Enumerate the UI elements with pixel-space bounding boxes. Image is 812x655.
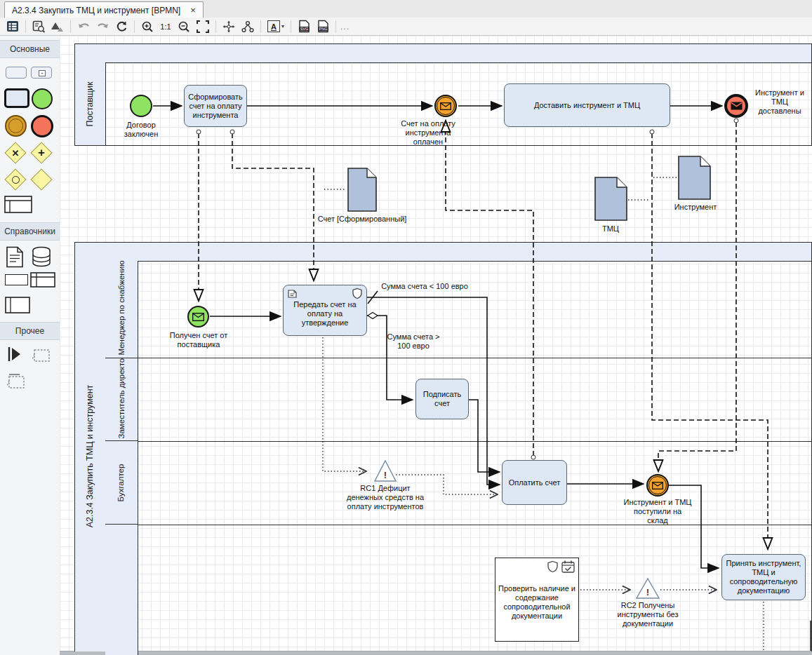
document-invoice[interactable] bbox=[348, 168, 376, 211]
tab-close-icon[interactable]: × bbox=[190, 5, 196, 15]
palette-subprocess-shape[interactable]: + bbox=[31, 67, 52, 78]
message-icon bbox=[652, 482, 663, 489]
auto-layout-icon[interactable] bbox=[239, 19, 256, 34]
task-sign-label: Подписать счет bbox=[418, 390, 467, 408]
message-icon bbox=[440, 102, 451, 110]
task-deliver-label: Доставить инструмент и ТМЦ bbox=[534, 101, 640, 110]
intermediate-event-invoice-paid[interactable] bbox=[434, 95, 457, 117]
palette-table-shape[interactable] bbox=[30, 272, 55, 288]
palette-group-shape[interactable] bbox=[31, 347, 51, 363]
start-event-invoice-received[interactable] bbox=[187, 306, 209, 328]
palette-inclusive-gateway-shape[interactable] bbox=[6, 170, 25, 189]
label-doc-tmc: ТМЦ bbox=[590, 224, 632, 234]
task-form-invoice[interactable]: Сформировать счет на оплату инструмента bbox=[184, 85, 247, 127]
toolbar-separator bbox=[215, 20, 216, 33]
redo-icon[interactable] bbox=[94, 19, 111, 34]
start-event-contract[interactable] bbox=[130, 95, 152, 117]
risk-rc1-triangle[interactable]: ! bbox=[375, 461, 396, 481]
assoc-pass-to-rc1[interactable] bbox=[323, 337, 366, 471]
message-source-dot bbox=[197, 130, 201, 134]
fit-to-screen-icon[interactable] bbox=[194, 19, 211, 34]
bpmn-editor-window: А2.3.4 Закупить ТМЦ и инструмент [BPMN] … bbox=[0, 0, 812, 655]
task-accept-label: Принять инструмент, ТМЦ и сопроводительн… bbox=[724, 559, 804, 595]
label-flow-lt100: Сумма счета < 100 евро bbox=[372, 282, 477, 291]
label-invoice-paid: Счет на оплату инструмента оплачен bbox=[393, 119, 463, 147]
label-flow-gt100: Сумма счета > 100 евро bbox=[385, 332, 442, 351]
palette-call-activity-shape[interactable] bbox=[4, 89, 29, 107]
palette-gateway-shape[interactable] bbox=[32, 170, 51, 189]
task-pay[interactable]: Оплатить счет bbox=[502, 460, 567, 505]
task-deliver[interactable]: Доставить инструмент и ТМЦ bbox=[504, 83, 670, 127]
palette-titled-rectangle-shape[interactable] bbox=[5, 297, 30, 313]
end-event-delivered[interactable] bbox=[724, 94, 748, 118]
palette-end-event-shape[interactable] bbox=[31, 115, 53, 137]
flow-gt100-to-sign[interactable] bbox=[367, 316, 413, 400]
png-badge: PNG bbox=[319, 27, 327, 31]
export-png-icon[interactable]: PNG bbox=[314, 19, 331, 34]
label-start-contract: Договор заключен bbox=[113, 121, 169, 139]
calendar-check-icon bbox=[561, 560, 575, 576]
task-pay-label: Оплатить счет bbox=[509, 478, 561, 487]
toolbar-separator bbox=[335, 20, 336, 33]
palette-pool-shape[interactable] bbox=[4, 196, 32, 213]
font-style-button[interactable]: A ▾ bbox=[265, 19, 286, 34]
palette-section-references[interactable]: Справочники bbox=[0, 222, 60, 241]
task-form-invoice-label: Сформировать счет на оплату инструмента bbox=[186, 93, 245, 120]
validate-diagram-icon[interactable] bbox=[49, 19, 66, 34]
message-source-dot bbox=[734, 119, 738, 123]
export-svg-icon[interactable]: SVG bbox=[295, 19, 312, 34]
risk-rc2-triangle[interactable]: ! bbox=[637, 579, 659, 598]
zoom-100-button[interactable]: 1:1 bbox=[158, 22, 173, 31]
palette-parallel-gateway-shape[interactable]: + bbox=[32, 143, 51, 163]
palette-document-shape[interactable] bbox=[6, 246, 24, 268]
document-tmc[interactable] bbox=[595, 177, 627, 220]
tab-bar: А2.3.4 Закупить ТМЦ и инструмент [BPMN] … bbox=[0, 0, 812, 18]
document-tool[interactable] bbox=[679, 156, 710, 199]
palette-database-shape[interactable] bbox=[31, 246, 52, 268]
palette-rectangle-shape[interactable] bbox=[5, 274, 28, 285]
refresh-icon[interactable] bbox=[113, 19, 130, 34]
zoom-in-icon[interactable] bbox=[139, 19, 156, 34]
toolbar-more-button[interactable]: ... bbox=[340, 22, 350, 32]
undo-icon[interactable] bbox=[75, 19, 92, 34]
palette-task-shape[interactable] bbox=[6, 67, 27, 78]
shield-icon bbox=[352, 288, 363, 302]
svg-badge: SVG bbox=[300, 27, 308, 31]
label-doc-tool: Инструмент bbox=[665, 203, 726, 212]
intermediate-event-goods-arrived[interactable] bbox=[646, 474, 669, 497]
task-accept[interactable]: Принять инструмент, ТМЦ и сопроводительн… bbox=[721, 554, 806, 600]
find-element-icon[interactable] bbox=[30, 19, 47, 34]
document-tab[interactable]: А2.3.4 Закупить ТМЦ и инструмент [BPMN] … bbox=[4, 1, 204, 18]
font-letter: A bbox=[267, 20, 280, 32]
task-check-docs[interactable]: Проверить наличие и содержание сопроводи… bbox=[495, 558, 579, 642]
label-doc-invoice: Счет [Сформированный] bbox=[314, 215, 410, 224]
manual-task-icon bbox=[287, 288, 298, 301]
label-goods-arrived: Инструмент и ТМЦ поступили на склад bbox=[623, 498, 693, 525]
palette-start-event-shape[interactable] bbox=[32, 88, 53, 109]
flow-sign-to-pay[interactable] bbox=[469, 400, 500, 472]
auto-position-icon[interactable] bbox=[220, 19, 237, 34]
zoom-out-icon[interactable] bbox=[175, 19, 192, 34]
tab-title: А2.3.4 Закупить ТМЦ и инструмент [BPMN] bbox=[12, 6, 180, 15]
palette-annotation-group-shape[interactable] bbox=[6, 372, 25, 389]
toolbar-separator bbox=[25, 20, 26, 33]
palette-intermediate-event-shape[interactable] bbox=[5, 115, 27, 137]
properties-panel-icon[interactable] bbox=[4, 19, 21, 34]
label-risk-rc1: RC1 Дефицит денежных средств на оплату и… bbox=[346, 484, 425, 511]
toolbar: 1:1 A ▾ SVG PNG ... bbox=[0, 18, 812, 36]
palette-offpage-connector-shape[interactable] bbox=[7, 346, 22, 363]
toolbar-separator bbox=[291, 20, 291, 33]
label-risk-rc2: RC2 Получены инструменты без документаци… bbox=[605, 601, 691, 628]
rc1-exclamation: ! bbox=[384, 470, 387, 480]
palette-section-other[interactable]: Прочее bbox=[0, 322, 60, 340]
label-end-delivered: Инструмент и ТМЦ доставлены bbox=[750, 88, 810, 116]
shield-icon bbox=[547, 560, 559, 575]
message-icon bbox=[192, 313, 204, 321]
task-sign[interactable]: Подписать счет bbox=[415, 379, 469, 419]
palette-section-basic[interactable]: Основные bbox=[0, 40, 60, 58]
message-form-to-pass[interactable] bbox=[232, 133, 314, 281]
message-source-dot bbox=[531, 455, 535, 459]
shape-palette: Основные + ✕ + Справочники Прочее bbox=[0, 36, 60, 655]
palette-exclusive-gateway-shape[interactable]: ✕ bbox=[6, 143, 25, 163]
task-pass-invoice[interactable]: Передать счет на оплату на утверждение bbox=[283, 285, 367, 336]
